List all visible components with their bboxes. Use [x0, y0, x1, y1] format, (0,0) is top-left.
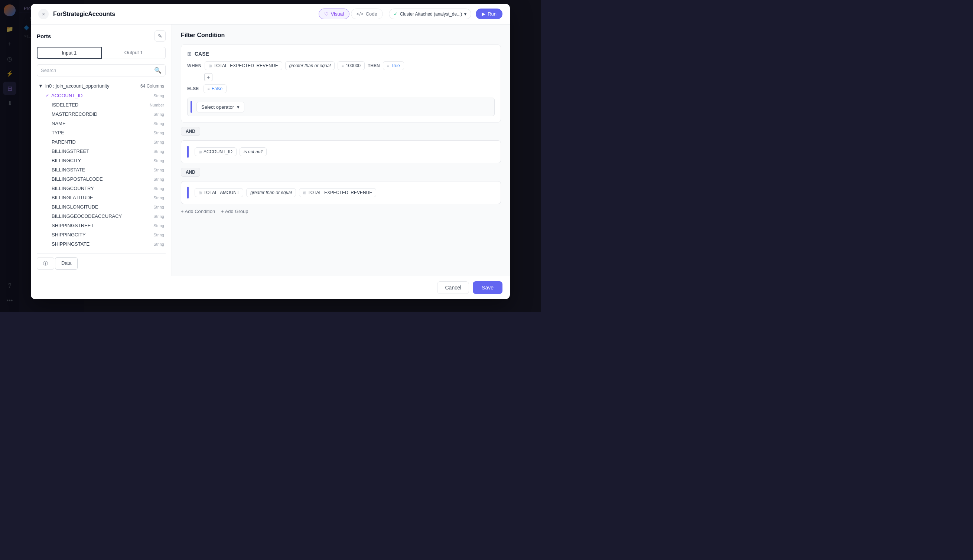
type-badge: String: [153, 168, 164, 172]
field-name: TOTAL_EXPECTED_REVENUE: [214, 63, 278, 68]
type-badge: String: [153, 122, 164, 126]
column-name: BILLINGPOSTALCODE: [46, 176, 103, 182]
tree-item[interactable]: SHIPPINGSTREET String: [37, 221, 166, 230]
operator-chip-not-null[interactable]: is not null: [239, 147, 267, 156]
else-value-chip[interactable]: ≡ False: [204, 84, 227, 93]
column-name: BILLINGLONGITUDE: [46, 204, 99, 210]
tree-item[interactable]: BILLINGCITY String: [37, 156, 166, 165]
search-input[interactable]: [41, 68, 151, 73]
condition-indicator-3: [187, 187, 189, 198]
type-badge: Number: [150, 103, 164, 107]
tree-item[interactable]: BILLINGSTREET String: [37, 147, 166, 156]
tree-item[interactable]: SHIPPINGCITY String: [37, 230, 166, 239]
column-name: BILLINGLATITUDE: [46, 195, 93, 200]
value-chip-100000[interactable]: ≡ 100000: [338, 61, 365, 70]
column-name: BILLINGSTATE: [46, 167, 85, 173]
run-button[interactable]: ▶ Run: [476, 8, 502, 19]
tree-item[interactable]: ✓ ACCOUNT_ID String: [37, 91, 166, 100]
tree-item[interactable]: BILLINGPOSTALCODE String: [37, 174, 166, 184]
then-value-chip[interactable]: ≡ True: [383, 61, 404, 70]
modal-overlay: × ForStrategicAccounts ♡ Visual </> Code…: [0, 0, 541, 312]
tree-node-header[interactable]: ▼ in0 : join_account_opportunity 64 Colu…: [37, 81, 166, 91]
visual-tab[interactable]: ♡ Visual: [319, 8, 349, 19]
type-badge: String: [153, 223, 164, 228]
tree-item[interactable]: NAME String: [37, 119, 166, 128]
then-value-text: True: [391, 63, 400, 68]
when-row: WHEN ⊞ TOTAL_EXPECTED_REVENUE greater th…: [187, 61, 495, 70]
add-condition-button[interactable]: + Add Condition: [181, 208, 215, 214]
type-badge: String: [153, 233, 164, 237]
expected-field-name: TOTAL_EXPECTED_REVENUE: [308, 190, 373, 195]
visual-tab-label: Visual: [331, 11, 344, 17]
then-equals-icon: ≡: [387, 64, 389, 68]
type-badge: String: [153, 158, 164, 163]
case-grid-icon: ⊞: [187, 51, 192, 57]
then-label: THEN: [368, 63, 380, 68]
column-name: SHIPPINGCITY: [46, 232, 86, 238]
tree-item[interactable]: MASTERRECORDID String: [37, 110, 166, 119]
operator-chip-gte-2[interactable]: greater than or equal: [246, 188, 296, 197]
add-actions: + Add Condition + Add Group: [181, 208, 501, 214]
tree-item[interactable]: BILLINGSTATE String: [37, 165, 166, 174]
cluster-badge[interactable]: ✓ Cluster Attached (analyst_de...) ▾: [389, 8, 471, 19]
search-box: 🔍: [37, 64, 166, 77]
output-tab[interactable]: Output 1: [102, 47, 166, 59]
ports-panel: Ports ✎ Input 1 Output 1 🔍 ▼ in0 : jo: [31, 25, 172, 276]
case-header: ⊞ CASE: [187, 51, 495, 57]
column-name: SHIPPINGSTREET: [46, 223, 94, 228]
cancel-button[interactable]: Cancel: [437, 281, 469, 294]
tree-item-left: ✓ ACCOUNT_ID: [46, 93, 83, 98]
and-connector-1[interactable]: AND: [181, 127, 200, 136]
column-name: MASTERRECORDID: [46, 111, 98, 117]
column-name: ISDELETED: [46, 102, 79, 108]
field-grid-icon: ⊞: [209, 64, 212, 68]
operator-chip-gte[interactable]: greater than or equal: [285, 61, 334, 70]
column-name: BILLINGCOUNTRY: [46, 185, 94, 191]
add-when-button[interactable]: +: [204, 73, 212, 81]
account-id-condition-card: ⊞ ACCOUNT_ID is not null: [181, 140, 501, 163]
tree-item[interactable]: BILLINGGEOCODEACCURACY String: [37, 212, 166, 221]
tree-item[interactable]: TYPE String: [37, 128, 166, 137]
tree-node-count: 64 Columns: [140, 83, 164, 89]
tree-item[interactable]: BILLINGCOUNTRY String: [37, 184, 166, 193]
tree-item[interactable]: SHIPPINGSTATE String: [37, 239, 166, 248]
search-icon: 🔍: [154, 67, 162, 74]
condition-indicator: [191, 101, 192, 113]
select-operator-chevron-icon: ▾: [237, 104, 239, 110]
save-button[interactable]: Save: [473, 281, 502, 294]
tree-collapse-icon: ▼: [38, 83, 43, 89]
code-tab[interactable]: </> Code: [351, 8, 383, 19]
tree-node-name: in0 : join_account_opportunity: [45, 83, 110, 89]
input-tab[interactable]: Input 1: [37, 47, 102, 59]
field-chip-account-id[interactable]: ⊞ ACCOUNT_ID: [195, 147, 237, 156]
type-badge: String: [153, 195, 164, 200]
cluster-chevron-icon: ▾: [464, 12, 466, 17]
add-group-button[interactable]: + Add Group: [221, 208, 248, 214]
else-row: ELSE ≡ False: [187, 84, 495, 93]
filter-title: Filter Condition: [181, 32, 501, 38]
close-button[interactable]: ×: [38, 9, 48, 19]
select-operator-button[interactable]: Select operator ▾: [196, 102, 244, 112]
tree-item[interactable]: BILLINGLONGITUDE String: [37, 202, 166, 212]
column-name: ACCOUNT_ID: [51, 93, 83, 98]
modal-body: Ports ✎ Input 1 Output 1 🔍 ▼ in0 : jo: [31, 25, 510, 276]
info-tab[interactable]: ⓘ: [37, 257, 54, 270]
else-value-text: False: [212, 86, 222, 91]
modal-title: ForStrategicAccounts: [53, 11, 319, 17]
expected-grid-icon: ⊞: [303, 191, 306, 195]
field-chip-total-amount[interactable]: ⊞ TOTAL_AMOUNT: [195, 188, 243, 197]
column-name: SHIPPINGSTATE: [46, 241, 90, 247]
bottom-tabs: ⓘ Data: [37, 253, 166, 270]
main-modal: × ForStrategicAccounts ♡ Visual </> Code…: [31, 4, 510, 299]
type-badge: String: [153, 177, 164, 182]
type-badge: String: [153, 140, 164, 144]
and-connector-2[interactable]: AND: [181, 168, 200, 177]
tree-item[interactable]: PARENTID String: [37, 137, 166, 147]
tree-item[interactable]: ISDELETED Number: [37, 100, 166, 110]
tree-item[interactable]: BILLINGLATITUDE String: [37, 193, 166, 202]
column-tree: ▼ in0 : join_account_opportunity 64 Colu…: [37, 81, 166, 248]
edit-ports-button[interactable]: ✎: [154, 30, 166, 42]
field-chip-total-expected-revenue[interactable]: ⊞ TOTAL_EXPECTED_REVENUE: [205, 61, 282, 70]
data-tab[interactable]: Data: [55, 257, 78, 270]
field-chip-total-expected-revenue-2[interactable]: ⊞ TOTAL_EXPECTED_REVENUE: [299, 188, 376, 197]
